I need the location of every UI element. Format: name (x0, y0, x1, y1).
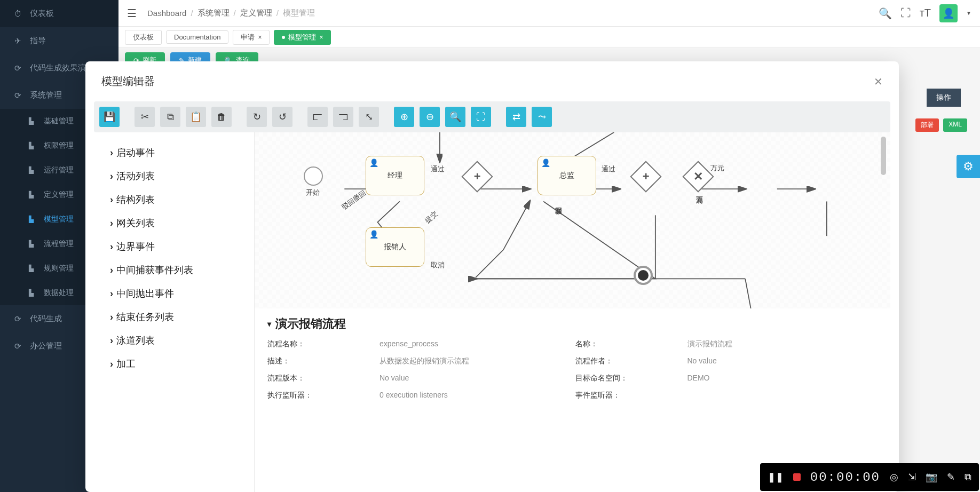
connector-icon: ⤳ (538, 111, 546, 123)
palette-item[interactable]: 加工 (110, 352, 238, 376)
prop-value[interactable] (687, 391, 878, 400)
task-submitter[interactable]: 报销人 (366, 227, 424, 267)
sidebar-item-dashboard[interactable]: ⏱仪表板 (0, 0, 118, 27)
search-icon[interactable]: 🔍 (879, 7, 892, 20)
gateway[interactable]: + (461, 161, 493, 192)
palette-item[interactable]: 网关列表 (110, 211, 238, 235)
palette-item[interactable]: 中间抛出事件 (110, 282, 238, 305)
palette-item[interactable]: 启动事件 (110, 141, 238, 164)
deploy-badge[interactable]: 部署 (915, 118, 939, 132)
hamburger-icon[interactable]: ☰ (127, 7, 137, 20)
copy-button[interactable]: ⧉ (160, 107, 180, 127)
delete-button[interactable]: 🗑 (211, 107, 232, 127)
brush-icon[interactable]: ✎ (947, 471, 955, 483)
close-icon[interactable]: × (258, 34, 262, 41)
save-button[interactable]: 💾 (99, 107, 120, 127)
task-director[interactable]: 总监 (538, 156, 596, 195)
sidebar-item-label: 数据处理 (44, 288, 74, 298)
properties-panel: 演示报销流程 流程名称：expense_process 名称：演示报销流程 描述… (255, 308, 890, 408)
zoomin-button[interactable]: ⊕ (394, 107, 414, 127)
zoomreset-button[interactable]: 🔍 (445, 107, 465, 127)
prop-value[interactable]: expense_process (380, 339, 570, 349)
breadcrumb-item[interactable]: Dashboard (147, 9, 186, 18)
tab-documentation[interactable]: Documentation (166, 30, 228, 44)
breadcrumb-item: 模型管理 (283, 8, 315, 18)
paste-button[interactable]: 📋 (186, 107, 206, 127)
prop-value[interactable]: No value (687, 356, 878, 366)
breadcrumb-item[interactable]: 系统管理 (197, 8, 230, 18)
tab-dashboard[interactable]: 仪表板 (125, 30, 162, 45)
modal-header: 模型编辑器 ✕ (85, 61, 899, 101)
align-icon: ⫍ (313, 112, 322, 123)
avatar[interactable]: 👤 (939, 4, 958, 22)
connector-a-button[interactable]: ⇄ (506, 107, 526, 127)
end-event[interactable] (634, 266, 653, 285)
sidebar-item-label: 定义管理 (44, 190, 74, 200)
sidebar-item-label: 代码生成效果演 (30, 63, 86, 73)
connector-icon: ⇄ (512, 111, 520, 123)
sidebar-item-guide[interactable]: ✈指导 (0, 27, 118, 54)
star-icon: ⟳ (12, 314, 23, 324)
task-manager[interactable]: 经理 (366, 156, 424, 195)
prop-value[interactable]: DEMO (687, 374, 878, 383)
tab-model-mgmt[interactable]: 模型管理× (274, 30, 331, 45)
align-icon: ⫎ (338, 112, 348, 123)
sitemap-icon: ▙ (29, 216, 38, 223)
prop-value[interactable]: No value (380, 374, 570, 383)
chevron-down-icon[interactable]: ▼ (966, 10, 971, 16)
properties-title[interactable]: 演示报销流程 (267, 316, 878, 332)
connector-b-button[interactable]: ⤳ (532, 107, 552, 127)
palette-item[interactable]: 中间捕获事件列表 (110, 258, 238, 282)
fullscreen-icon[interactable]: ⛶ (900, 7, 911, 19)
gauge-icon: ⏱ (12, 9, 23, 18)
edge-label: 取消 (431, 260, 445, 270)
copy-icon: ⧉ (167, 112, 174, 123)
sidebar-item-label: 指导 (30, 36, 46, 46)
gateway-x[interactable]: ✕ (682, 161, 714, 192)
breadcrumb-item[interactable]: 定义管理 (240, 8, 272, 18)
align-h-button[interactable]: ⫎ (333, 107, 353, 127)
palette-item[interactable]: 结构列表 (110, 188, 238, 211)
fitscreen-button[interactable]: ⛶ (471, 107, 491, 127)
tab-apply[interactable]: 申请× (233, 30, 270, 45)
cut-button[interactable]: ✂ (135, 107, 155, 127)
target-icon[interactable]: ◎ (890, 471, 898, 483)
fontsize-icon[interactable]: тT (920, 7, 931, 19)
sitemap-icon: ▙ (29, 142, 38, 149)
start-event[interactable] (304, 166, 323, 186)
palette-item[interactable]: 泳道列表 (110, 329, 238, 352)
pause-button[interactable]: ❚❚ (768, 471, 784, 483)
cut-icon: ✂ (141, 111, 149, 123)
tab-label: 模型管理 (288, 33, 316, 42)
zoomout-icon: ⊖ (426, 111, 434, 123)
close-icon[interactable]: × (319, 34, 323, 41)
sidebar-item-label: 规则管理 (44, 264, 74, 273)
zoom-icon: 🔍 (449, 111, 461, 123)
prop-value[interactable]: 0 execution listeners (380, 391, 570, 400)
bpmn-canvas[interactable]: 开始 经理 + 总监 + ✕ 报销人 通过 通过 驳回撤回 提交 取消 驳回回退… (255, 132, 890, 308)
prop-value[interactable]: 演示报销流程 (687, 339, 878, 349)
tabs-row: 仪表板 Documentation 申请× 模型管理× (118, 27, 980, 48)
camera-icon[interactable]: 📷 (926, 471, 937, 483)
column-header-operation: 操作 (927, 89, 961, 107)
settings-gear-button[interactable]: ⚙ (957, 155, 980, 178)
resize-button[interactable]: ⤡ (359, 107, 379, 127)
align-v-button[interactable]: ⫍ (307, 107, 328, 127)
prop-label: 名称： (575, 339, 682, 349)
collapse-icon[interactable]: ⇲ (908, 471, 916, 483)
undo-button[interactable]: ↺ (272, 107, 293, 127)
gear-icon: ⚙ (963, 160, 974, 173)
monitor-icon[interactable]: ⧉ (965, 472, 971, 483)
close-icon[interactable]: ✕ (874, 75, 883, 88)
xml-badge[interactable]: XML (943, 118, 967, 132)
gateway[interactable]: + (630, 161, 661, 192)
prop-value[interactable]: 从数据发起的报销演示流程 (380, 356, 570, 366)
scrollbar[interactable] (881, 137, 886, 175)
redo-button[interactable]: ↻ (247, 107, 267, 127)
record-button[interactable] (793, 473, 801, 481)
zoomout-button[interactable]: ⊖ (420, 107, 440, 127)
palette-item[interactable]: 结束任务列表 (110, 305, 238, 329)
prop-label: 流程版本： (267, 374, 374, 383)
palette-item[interactable]: 边界事件 (110, 235, 238, 258)
palette-item[interactable]: 活动列表 (110, 164, 238, 188)
